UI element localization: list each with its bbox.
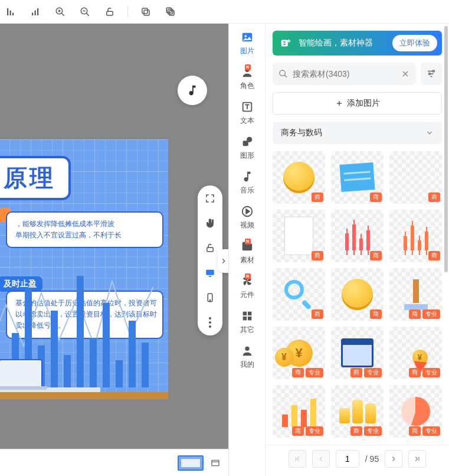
panel-expand-handle[interactable] bbox=[218, 249, 229, 273]
panel-scrollbar[interactable] bbox=[443, 26, 449, 474]
chevron-right-icon bbox=[219, 257, 228, 265]
search-input[interactable] bbox=[293, 69, 396, 79]
play-icon bbox=[241, 205, 254, 218]
clear-icon[interactable] bbox=[401, 69, 410, 79]
more-icon[interactable] bbox=[203, 315, 217, 330]
pager-last[interactable] bbox=[408, 450, 426, 468]
search-box[interactable] bbox=[273, 63, 416, 85]
zoom-in-icon[interactable] bbox=[53, 5, 67, 19]
svg-rect-4 bbox=[35, 10, 36, 15]
asset-item-pedestal[interactable]: 商专业 bbox=[389, 268, 442, 321]
hand-icon[interactable] bbox=[203, 216, 217, 230]
svg-rect-39 bbox=[281, 40, 288, 47]
nav-column: 图片 N 角色 文本 图形 音乐 视频 bbox=[229, 24, 266, 476]
asset-item-blank[interactable]: 商 bbox=[389, 151, 442, 204]
asset-item-pie-chart[interactable]: 商专业 bbox=[389, 385, 442, 438]
asset-item-coin-stack[interactable]: 商专业 bbox=[331, 385, 384, 438]
unlock-icon[interactable] bbox=[203, 241, 217, 255]
nav-item-role[interactable]: N 角色 bbox=[240, 66, 254, 91]
svg-rect-13 bbox=[107, 11, 113, 15]
copy-multi-icon[interactable] bbox=[163, 5, 178, 19]
svg-rect-36 bbox=[242, 317, 246, 320]
svg-line-11 bbox=[86, 13, 89, 16]
text-icon bbox=[241, 100, 254, 113]
nav-item-component[interactable]: N 元件 bbox=[240, 275, 254, 300]
svg-line-7 bbox=[61, 13, 64, 16]
pager-prev[interactable] bbox=[312, 450, 330, 468]
nav-item-label: 元件 bbox=[240, 290, 254, 300]
nav-item-text[interactable]: 文本 bbox=[240, 100, 254, 126]
pager-first[interactable] bbox=[289, 450, 306, 468]
pager-next[interactable] bbox=[385, 450, 402, 468]
asset-item-growth[interactable]: ¥商专业 bbox=[389, 327, 442, 379]
nav-item-label: 我的 bbox=[240, 360, 254, 370]
zoom-out-icon[interactable] bbox=[78, 5, 92, 19]
copy-icon[interactable] bbox=[139, 5, 153, 19]
nav-item-shape[interactable]: 图形 bbox=[240, 135, 254, 161]
pager-total: / 95 bbox=[365, 454, 379, 464]
music-note-icon bbox=[186, 84, 199, 97]
svg-point-31 bbox=[247, 137, 252, 142]
nav-item-mine[interactable]: 我的 bbox=[240, 344, 254, 370]
bars-descending-icon[interactable] bbox=[4, 5, 18, 19]
canvas-footer bbox=[0, 449, 228, 476]
music-icon bbox=[241, 170, 254, 183]
new-badge: N bbox=[245, 64, 251, 70]
svg-rect-19 bbox=[207, 247, 214, 252]
image-icon bbox=[241, 31, 254, 44]
nav-item-label: 其它 bbox=[240, 325, 254, 335]
asset-item-sticky-note[interactable]: 商 bbox=[331, 151, 384, 204]
display-icon[interactable] bbox=[203, 266, 217, 280]
svg-rect-1 bbox=[10, 10, 11, 15]
window-view-icon[interactable] bbox=[211, 458, 220, 468]
new-badge: N bbox=[245, 273, 251, 279]
fullscreen-icon[interactable] bbox=[203, 191, 217, 206]
svg-rect-14 bbox=[144, 10, 149, 15]
nav-item-music[interactable]: 音乐 bbox=[240, 170, 254, 195]
asset-item-yen-coins[interactable]: ¥¥商专业 bbox=[273, 327, 325, 379]
pager-page-input[interactable] bbox=[336, 450, 359, 468]
asset-item-browser[interactable]: 商专业 bbox=[331, 327, 384, 379]
asset-item-coin[interactable]: 商 bbox=[273, 151, 325, 204]
nav-item-label: 图形 bbox=[240, 151, 254, 161]
asset-item-gold-coin[interactable]: 商 bbox=[331, 268, 384, 321]
nav-item-other[interactable]: 其它 bbox=[240, 309, 254, 335]
user-icon bbox=[241, 344, 254, 357]
svg-point-38 bbox=[245, 347, 249, 351]
ai-cta-button[interactable]: 立即体验 bbox=[392, 35, 437, 51]
svg-point-23 bbox=[209, 300, 211, 301]
nav-item-label: 视频 bbox=[240, 220, 254, 230]
svg-point-47 bbox=[432, 70, 434, 72]
category-select[interactable]: 商务与数码 bbox=[273, 122, 442, 144]
svg-rect-3 bbox=[32, 12, 33, 15]
asset-item-magnifier[interactable]: 商 bbox=[273, 268, 325, 321]
phone-icon[interactable] bbox=[203, 291, 217, 305]
add-image-button[interactable]: 添加图片 bbox=[273, 92, 442, 115]
slide-thumbnail[interactable] bbox=[178, 455, 204, 471]
unlock-icon[interactable] bbox=[103, 5, 117, 19]
asset-item-candlestick-red[interactable]: 商 bbox=[331, 210, 384, 262]
new-badge: N bbox=[245, 239, 251, 244]
ai-banner[interactable]: 智能绘画，素材神器 立即体验 bbox=[273, 31, 442, 56]
svg-rect-35 bbox=[247, 312, 251, 315]
canvas-area[interactable]: 原理 ，能够发挥降低摊低成本平滑波 单期投入不宜设置过高，不利于长 及时止盈 基… bbox=[0, 24, 229, 476]
asset-item-candlestick-mixed[interactable]: 商 bbox=[389, 210, 442, 262]
bars-ascending-icon[interactable] bbox=[28, 5, 42, 19]
svg-rect-0 bbox=[7, 8, 8, 15]
nav-item-video[interactable]: 视频 bbox=[240, 205, 254, 230]
filter-icon bbox=[426, 69, 437, 79]
music-button[interactable] bbox=[178, 76, 207, 105]
asset-item-paper[interactable]: 商 bbox=[273, 210, 325, 262]
svg-rect-17 bbox=[168, 9, 173, 14]
pager: / 95 bbox=[266, 445, 449, 472]
asset-grid: 商 商 商 商 商 商 商 商 商专业 ¥¥商专业 商专业 ¥商专业 商 bbox=[273, 151, 442, 438]
nav-item-label: 音乐 bbox=[240, 185, 254, 195]
nav-item-image[interactable]: 图片 bbox=[240, 31, 254, 56]
filter-button[interactable] bbox=[421, 63, 442, 85]
asset-panel: 智能绘画，素材神器 立即体验 添加图片 bbox=[266, 24, 449, 476]
asset-item-bar-chart[interactable]: 商专业 bbox=[273, 385, 325, 438]
slide[interactable]: 原理 ，能够发挥降低摊低成本平滑波 单期投入不宜设置过高，不利于长 及时止盈 基… bbox=[0, 139, 168, 399]
svg-rect-2 bbox=[12, 12, 14, 15]
nav-item-asset[interactable]: N 素材 bbox=[240, 240, 254, 265]
nav-item-label: 文本 bbox=[240, 116, 254, 126]
